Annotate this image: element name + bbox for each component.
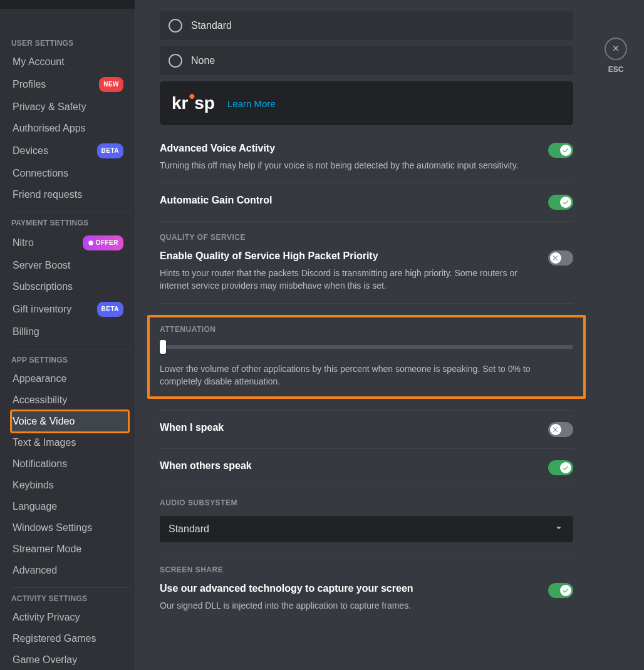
sidebar-item-label: Streamer Mode xyxy=(13,543,81,555)
sidebar-item-devices[interactable]: Devices BETA xyxy=(11,139,128,163)
radio-icon xyxy=(169,19,182,33)
divider xyxy=(160,410,573,411)
divider xyxy=(160,221,573,222)
slider-track xyxy=(160,345,573,349)
new-badge: NEW xyxy=(99,77,123,92)
when-others-speak-title: When others speak xyxy=(160,460,252,472)
attenuation-header: ATTENUATION xyxy=(160,325,573,334)
sidebar-item-text-images[interactable]: Text & Images xyxy=(11,432,128,453)
krisp-logo-text: sp xyxy=(194,93,215,113)
radio-icon xyxy=(169,54,182,68)
krisp-logo: kr•sp xyxy=(172,93,215,113)
close-icon xyxy=(552,254,559,262)
when-i-speak-toggle[interactable] xyxy=(548,422,573,437)
qos-title: Enable Quality of Service High Packet Pr… xyxy=(160,250,536,262)
advanced-voice-activity-desc: Turning this off may help if your voice … xyxy=(160,159,536,172)
sidebar-item-label: Nitro xyxy=(13,237,34,249)
divider xyxy=(11,349,128,349)
automatic-gain-control-title: Automatic Gain Control xyxy=(160,195,273,206)
nitro-icon xyxy=(88,240,94,246)
screen-share-toggle[interactable] xyxy=(548,583,573,598)
sidebar-group-header: PAYMENT SETTINGS xyxy=(11,219,128,227)
sidebar-item-keybinds[interactable]: Keybinds xyxy=(11,475,128,496)
sidebar-item-label: Subscriptions xyxy=(13,281,73,293)
close-icon xyxy=(611,44,621,54)
screen-share-desc: Our signed DLL is injected into the appl… xyxy=(160,599,536,612)
sidebar-item-profiles[interactable]: Profiles NEW xyxy=(11,73,128,96)
settings-sidebar: USER SETTINGS My Account Profiles NEW Pr… xyxy=(0,0,135,670)
sidebar-group-header: USER SETTINGS xyxy=(11,39,128,48)
radio-none[interactable]: None xyxy=(160,46,573,75)
sidebar-item-language[interactable]: Language xyxy=(11,496,128,517)
automatic-gain-control-toggle[interactable] xyxy=(548,195,573,210)
screen-share-title: Use our advanced technology to capture y… xyxy=(160,583,536,594)
divider xyxy=(11,212,128,212)
sidebar-item-nitro[interactable]: Nitro OFFER xyxy=(11,231,128,255)
sidebar-item-friend-requests[interactable]: Friend requests xyxy=(11,184,128,205)
select-value: Standard xyxy=(169,523,209,535)
sidebar-item-label: Voice & Video xyxy=(13,415,75,428)
sidebar-item-my-account[interactable]: My Account xyxy=(11,51,128,73)
sidebar-group-header: APP SETTINGS xyxy=(11,356,128,364)
beta-badge: BETA xyxy=(97,302,123,317)
sidebar-item-windows-settings[interactable]: Windows Settings xyxy=(11,517,128,539)
sidebar-item-label: Authorised Apps xyxy=(13,122,86,135)
radio-label: None xyxy=(191,55,215,66)
sidebar-item-privacy-safety[interactable]: Privacy & Safety xyxy=(11,96,128,118)
sidebar-item-label: Game Overlay xyxy=(13,654,77,666)
sidebar-item-activity-privacy[interactable]: Activity Privacy xyxy=(11,607,128,628)
divider xyxy=(160,554,573,554)
offer-badge-text: OFFER xyxy=(96,237,118,249)
sidebar-item-label: Text & Images xyxy=(13,436,76,449)
check-icon xyxy=(562,198,569,206)
sidebar-item-gift-inventory[interactable]: Gift inventory BETA xyxy=(11,297,128,321)
krisp-learn-more-link[interactable]: Learn More xyxy=(227,98,276,109)
sidebar-item-label: Language xyxy=(13,500,57,513)
beta-badge: BETA xyxy=(97,143,123,158)
sidebar-item-label: Connections xyxy=(13,167,68,180)
sidebar-item-label: Notifications xyxy=(13,458,67,470)
divider xyxy=(160,183,573,183)
sidebar-item-label: Advanced xyxy=(13,564,57,577)
radio-label: Standard xyxy=(191,20,232,31)
sidebar-item-authorised-apps[interactable]: Authorised Apps xyxy=(11,118,128,139)
sidebar-item-label: Friend requests xyxy=(13,188,82,201)
sidebar-item-appearance[interactable]: Appearance xyxy=(11,368,128,389)
qos-toggle[interactable] xyxy=(548,250,573,265)
sidebar-item-label: Billing xyxy=(13,326,39,338)
sidebar-item-label: Registered Games xyxy=(13,632,96,645)
sidebar-item-registered-games[interactable]: Registered Games xyxy=(11,628,128,649)
chevron-down-icon xyxy=(553,522,564,536)
sidebar-item-accessibility[interactable]: Accessibility xyxy=(11,389,128,411)
close-button[interactable] xyxy=(605,38,627,60)
sidebar-group-header: ACTIVITY SETTINGS xyxy=(11,594,128,603)
when-i-speak-title: When I speak xyxy=(160,422,224,433)
sidebar-item-server-boost[interactable]: Server Boost xyxy=(11,255,128,276)
advanced-voice-activity-toggle[interactable] xyxy=(548,143,573,158)
when-others-speak-toggle[interactable] xyxy=(548,460,573,475)
sidebar-item-label: Gift inventory xyxy=(13,303,71,316)
audio-subsystem-select[interactable]: Standard xyxy=(160,516,573,542)
audio-subsystem-header: AUDIO SUBSYSTEM xyxy=(160,498,573,507)
sidebar-item-billing[interactable]: Billing xyxy=(11,321,128,343)
divider xyxy=(160,487,573,487)
svg-point-0 xyxy=(88,240,93,245)
sidebar-item-connections[interactable]: Connections xyxy=(11,163,128,184)
quality-of-service-header: QUALITY OF SERVICE xyxy=(160,233,573,242)
sidebar-item-label: Keybinds xyxy=(13,479,54,492)
slider-thumb[interactable] xyxy=(160,340,166,354)
sidebar-item-game-overlay[interactable]: Game Overlay xyxy=(11,649,128,670)
check-icon xyxy=(562,147,569,154)
sidebar-item-label: My Account xyxy=(13,56,65,68)
attenuation-highlight: ATTENUATION Lower the volume of other ap… xyxy=(147,315,586,399)
sidebar-item-label: Activity Privacy xyxy=(13,611,80,624)
sidebar-item-subscriptions[interactable]: Subscriptions xyxy=(11,276,128,297)
sidebar-item-voice-video[interactable]: Voice & Video xyxy=(11,411,128,432)
sidebar-item-streamer-mode[interactable]: Streamer Mode xyxy=(11,539,128,560)
radio-standard[interactable]: Standard xyxy=(160,11,573,40)
check-icon xyxy=(562,464,569,472)
sidebar-item-label: Server Boost xyxy=(13,259,70,272)
sidebar-item-notifications[interactable]: Notifications xyxy=(11,453,128,475)
attenuation-slider[interactable] xyxy=(160,340,573,353)
sidebar-item-advanced[interactable]: Advanced xyxy=(11,560,128,581)
